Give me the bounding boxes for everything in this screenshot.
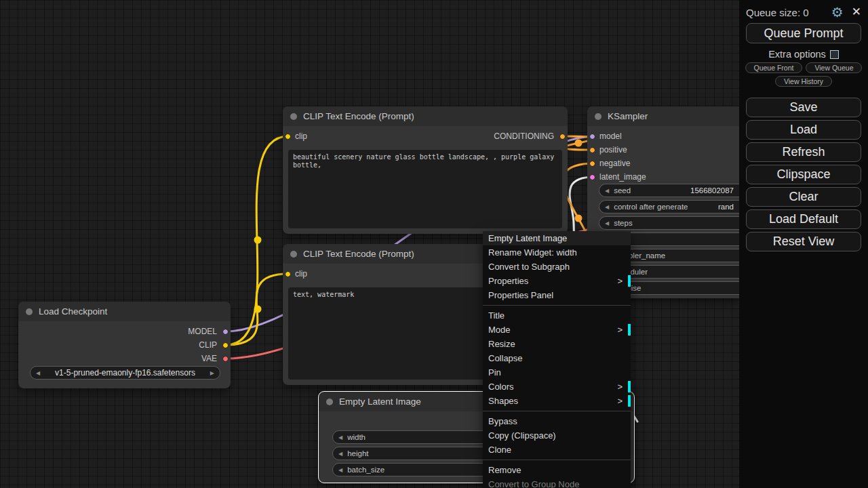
decrement-arrow-icon[interactable]: ◀ xyxy=(338,451,342,457)
reset-view-button[interactable]: Reset View xyxy=(746,232,861,251)
output-port-vae[interactable] xyxy=(222,356,229,362)
extra-options-checkbox[interactable] xyxy=(830,50,839,59)
refresh-button[interactable]: Refresh xyxy=(746,142,861,162)
input-label-clip: clip xyxy=(295,131,307,141)
menu-divider xyxy=(483,408,631,414)
prompt-textarea[interactable]: beautiful scenery nature glass bottle la… xyxy=(288,150,562,228)
menu-item-rename-widget[interactable]: Rename Widget: width xyxy=(483,245,631,260)
submenu-arrow-icon: > xyxy=(617,274,623,288)
prev-option-arrow-icon[interactable]: ◀ xyxy=(36,370,40,376)
submenu-arrow-icon: > xyxy=(617,380,623,394)
widget-seed[interactable]: ◀ seed 1566802087 xyxy=(599,184,739,197)
node-title: CLIP Text Encode (Prompt) xyxy=(303,249,414,259)
link-midpoint-dot[interactable] xyxy=(254,306,262,313)
node-title: CLIP Text Encode (Prompt) xyxy=(303,111,414,121)
menu-item-resize[interactable]: Resize xyxy=(483,337,631,351)
output-port-clip[interactable] xyxy=(222,342,229,348)
node-load-checkpoint[interactable]: Load Checkpoint MODEL CLIP VAE ◀ v1-5-pr… xyxy=(18,302,231,388)
widget-label: steps xyxy=(614,219,633,227)
collapse-dot-icon[interactable] xyxy=(290,113,297,120)
input-port-clip[interactable] xyxy=(285,271,291,277)
save-button[interactable]: Save xyxy=(746,98,861,117)
comfyui-canvas[interactable]: CLIP Text Encode (Prompt) clip CONDITION… xyxy=(0,0,868,488)
input-port-negative[interactable] xyxy=(589,161,595,167)
decrement-arrow-icon[interactable]: ◀ xyxy=(605,220,609,226)
menu-divider xyxy=(483,302,631,308)
decrement-arrow-icon[interactable]: ◀ xyxy=(338,434,342,441)
menu-divider xyxy=(483,457,631,463)
widget-label: seed xyxy=(614,186,631,195)
submenu-accent-bar xyxy=(628,324,631,336)
collapse-dot-icon[interactable] xyxy=(290,251,297,258)
view-queue-button[interactable]: View Queue xyxy=(806,62,862,73)
node-title-bar[interactable]: Load Checkpoint xyxy=(18,302,231,321)
menu-item-convert-to-group-node[interactable]: Convert to Group Node (Deprecated) xyxy=(483,477,631,488)
context-menu: Empty Latent Image Rename Widget: width … xyxy=(483,231,631,488)
menu-item-properties-panel[interactable]: Properties Panel xyxy=(483,288,631,302)
node-title-bar[interactable]: CLIP Text Encode (Prompt) xyxy=(283,106,568,126)
node-title: Load Checkpoint xyxy=(39,306,107,317)
decrement-arrow-icon[interactable]: ◀ xyxy=(605,188,609,194)
node-title: KSampler xyxy=(608,111,648,121)
input-port-latent-image[interactable] xyxy=(589,174,595,180)
input-port-model[interactable] xyxy=(589,134,595,140)
menu-item-convert-to-subgraph[interactable]: Convert to Subgraph xyxy=(483,260,631,274)
menu-item-pin[interactable]: Pin xyxy=(483,365,631,380)
submenu-arrow-icon: > xyxy=(617,394,623,408)
queue-size-label: Queue size: 0 xyxy=(746,7,826,18)
input-label-model: model xyxy=(599,131,622,141)
widget-label: width xyxy=(347,433,366,441)
submenu-accent-bar xyxy=(628,381,631,392)
menu-item-clone[interactable]: Clone xyxy=(483,443,631,457)
menu-item-title[interactable]: Title xyxy=(483,308,631,323)
output-port-model[interactable] xyxy=(222,329,229,335)
menu-item-bypass[interactable]: Bypass xyxy=(483,414,631,428)
collapse-dot-icon[interactable] xyxy=(26,308,33,315)
input-label-negative: negative xyxy=(599,159,630,168)
menu-item-properties[interactable]: Properties> xyxy=(483,274,631,288)
input-label-positive: positive xyxy=(599,145,627,155)
link-midpoint-dot[interactable] xyxy=(254,237,262,244)
context-menu-title: Empty Latent Image xyxy=(483,231,631,245)
view-history-button[interactable]: View History xyxy=(775,76,832,87)
decrement-arrow-icon[interactable]: ◀ xyxy=(338,467,342,473)
input-port-clip[interactable] xyxy=(285,134,291,140)
link-midpoint-dot[interactable] xyxy=(575,215,583,222)
submenu-arrow-icon: > xyxy=(617,323,623,337)
menu-item-shapes[interactable]: Shapes> xyxy=(483,394,631,408)
load-button[interactable]: Load xyxy=(746,120,861,140)
close-icon[interactable]: ✕ xyxy=(852,5,861,19)
output-label-model: MODEL xyxy=(188,327,217,336)
clipspace-button[interactable]: Clipspace xyxy=(746,165,861,184)
comfy-menu-panel: Queue size: 0 ⚙ ✕ Queue Prompt Extra opt… xyxy=(739,0,868,488)
widget-value: 1566802087 xyxy=(686,186,734,195)
queue-front-button[interactable]: Queue Front xyxy=(745,62,803,73)
settings-gear-icon[interactable]: ⚙ xyxy=(831,5,844,19)
clear-button[interactable]: Clear xyxy=(746,187,861,207)
output-label-clip: CLIP xyxy=(199,340,217,350)
output-label-conditioning: CONDITIONING xyxy=(494,131,554,141)
input-port-positive[interactable] xyxy=(589,147,595,153)
menu-item-collapse[interactable]: Collapse xyxy=(483,351,631,365)
node-clip-text-encode-1[interactable]: CLIP Text Encode (Prompt) clip CONDITION… xyxy=(283,106,568,234)
link-midpoint-dot[interactable] xyxy=(575,140,583,147)
widget-steps[interactable]: ◀ steps xyxy=(599,216,739,230)
widget-value: rand xyxy=(714,203,734,211)
output-port-conditioning[interactable] xyxy=(559,134,566,140)
queue-prompt-button[interactable]: Queue Prompt xyxy=(746,23,861,43)
submenu-accent-bar xyxy=(628,395,631,407)
widget-ckpt-name[interactable]: ◀ v1-5-pruned-emaonly-fp16.safetensors ▶ xyxy=(30,366,220,380)
collapse-dot-icon[interactable] xyxy=(326,399,333,405)
node-title-bar[interactable]: KSampler xyxy=(587,106,739,126)
widget-value: v1-5-pruned-emaonly-fp16.safetensors xyxy=(55,368,195,378)
menu-item-mode[interactable]: Mode> xyxy=(483,323,631,337)
output-label-vae: VAE xyxy=(201,354,217,363)
load-default-button[interactable]: Load Default xyxy=(746,209,861,229)
collapse-dot-icon[interactable] xyxy=(595,113,601,120)
widget-control-after-generate[interactable]: ◀ control after generate rand xyxy=(599,200,739,214)
decrement-arrow-icon[interactable]: ◀ xyxy=(605,204,609,210)
menu-item-copy-clipspace[interactable]: Copy (Clipspace) xyxy=(483,428,631,443)
menu-item-remove[interactable]: Remove xyxy=(483,463,631,477)
menu-item-colors[interactable]: Colors> xyxy=(483,380,631,394)
next-option-arrow-icon[interactable]: ▶ xyxy=(210,370,214,376)
